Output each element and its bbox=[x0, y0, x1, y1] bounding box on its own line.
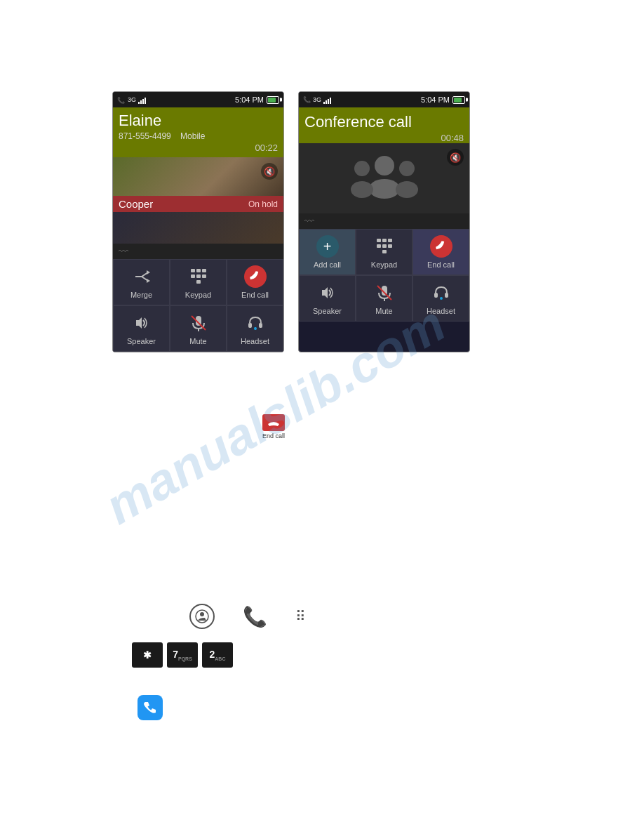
network-icon-2: 3G bbox=[313, 96, 321, 103]
mute-button-2[interactable]: Mute bbox=[356, 275, 412, 322]
mute-label-1: Mute bbox=[189, 337, 206, 345]
end-call-small-container: End call bbox=[262, 414, 285, 439]
svg-point-20 bbox=[375, 156, 394, 176]
status-time-2: 5:04 PM bbox=[421, 95, 450, 104]
mute-icon-1 bbox=[187, 312, 210, 334]
svg-rect-6 bbox=[191, 269, 195, 272]
merge-icon bbox=[130, 265, 153, 288]
svg-point-39 bbox=[440, 297, 443, 300]
signal-bar-2 bbox=[140, 100, 142, 104]
status-bar-right-2: 5:04 PM bbox=[421, 95, 465, 104]
svg-rect-30 bbox=[382, 244, 387, 248]
signal-bars-2 bbox=[323, 95, 331, 104]
phone-screen-1: 📞 3G 5:04 PM bbox=[112, 91, 284, 352]
headset-label-1: Headset bbox=[241, 337, 269, 345]
network-icon-1: 3G bbox=[128, 96, 136, 103]
digit-key-7[interactable]: 7PQRS bbox=[167, 642, 198, 668]
conference-header: Conference call 00:48 bbox=[299, 107, 469, 143]
group-icon-svg bbox=[342, 150, 427, 206]
svg-rect-26 bbox=[377, 239, 381, 242]
digit-key-2[interactable]: 2ABC bbox=[202, 642, 233, 668]
buttons-grid-1: Merge Keyp bbox=[113, 259, 283, 352]
end-call-small-button[interactable] bbox=[262, 414, 285, 431]
keypad-button-1[interactable]: Keypad bbox=[170, 259, 227, 305]
svg-rect-37 bbox=[434, 293, 438, 298]
svg-marker-33 bbox=[322, 287, 328, 298]
bottom-icons-row: 📞 ⠿ bbox=[189, 604, 306, 629]
speaker-overlay-1: 🔇 bbox=[261, 163, 278, 180]
contacts-icon bbox=[195, 609, 209, 623]
speaker-icon-1 bbox=[130, 312, 153, 334]
end-call-label-1: End call bbox=[241, 291, 269, 299]
keypad-dots-button[interactable]: ⠿ bbox=[295, 608, 306, 625]
keypad-label-1: Keypad bbox=[185, 291, 211, 299]
battery-fill-1 bbox=[268, 98, 276, 102]
svg-rect-8 bbox=[202, 269, 206, 272]
svg-rect-31 bbox=[388, 244, 392, 248]
svg-text:📞: 📞 bbox=[117, 96, 126, 104]
digit-key-star[interactable]: ✱ bbox=[132, 642, 163, 668]
headset-button-2[interactable]: Headset bbox=[412, 275, 469, 322]
buttons-grid-2: + Add call bbox=[299, 229, 469, 322]
svg-point-21 bbox=[369, 179, 400, 199]
phone-icon-bottom-container bbox=[137, 695, 163, 720]
end-call-small-label: End call bbox=[262, 432, 285, 439]
sig-bar-3 bbox=[328, 99, 329, 104]
mute-wave-1: 〰 bbox=[113, 244, 283, 259]
speaker-button-2[interactable]: Speaker bbox=[299, 275, 356, 322]
end-call-button-1[interactable]: End call bbox=[227, 259, 283, 305]
signal-bars-1 bbox=[138, 95, 146, 104]
phone-screens-container: 📞 3G 5:04 PM bbox=[112, 91, 470, 352]
svg-rect-11 bbox=[202, 274, 206, 278]
teal-phone-icon bbox=[142, 700, 158, 715]
conference-photo-area: 🔇 bbox=[299, 143, 469, 213]
mute-label-2: Mute bbox=[375, 307, 392, 315]
end-call-label-2: End call bbox=[427, 260, 455, 269]
wave-icon-1: 〰 bbox=[119, 246, 128, 257]
signal-bar-4 bbox=[145, 98, 146, 104]
add-call-label: Add call bbox=[314, 260, 341, 269]
phone-icon-button[interactable]: 📞 bbox=[243, 605, 267, 628]
phone-icon: 📞 bbox=[243, 605, 267, 628]
phone-icon-teal-button[interactable] bbox=[137, 695, 163, 720]
add-call-icon: + bbox=[316, 235, 339, 258]
add-call-button[interactable]: + Add call bbox=[299, 229, 356, 275]
phone-screen-2: 📞 3G 5:04 PM bbox=[298, 91, 470, 352]
headset-button-1[interactable]: Headset bbox=[227, 305, 283, 352]
svg-point-41 bbox=[200, 612, 204, 616]
sig-bar-1 bbox=[323, 102, 325, 104]
keypad-button-2[interactable]: Keypad bbox=[356, 229, 412, 275]
end-call-small-icon bbox=[267, 418, 280, 428]
battery-icon-1 bbox=[267, 96, 279, 104]
signal-bar-1 bbox=[138, 102, 140, 104]
call-status-icon: 📞 bbox=[117, 95, 126, 104]
headset-label-2: Headset bbox=[427, 307, 455, 315]
end-call-icon-1 bbox=[244, 265, 267, 288]
merge-label: Merge bbox=[130, 291, 152, 299]
end-call-icon-2 bbox=[430, 235, 452, 258]
contacts-icon-button[interactable] bbox=[189, 604, 215, 629]
svg-point-23 bbox=[351, 181, 373, 198]
svg-rect-7 bbox=[196, 269, 201, 272]
svg-rect-29 bbox=[377, 244, 381, 248]
page: manualslib.com 📞 3G bbox=[0, 0, 644, 834]
end-call-button-2[interactable]: End call bbox=[412, 229, 469, 275]
call-icon-2: 📞 bbox=[303, 96, 311, 103]
svg-point-22 bbox=[354, 161, 370, 176]
svg-marker-5 bbox=[147, 279, 150, 283]
status-bar-1: 📞 3G 5:04 PM bbox=[113, 92, 283, 107]
speaker-button-1[interactable]: Speaker bbox=[113, 305, 170, 352]
mute-icon-2 bbox=[373, 282, 396, 304]
battery-fill-2 bbox=[454, 98, 462, 102]
status-time-1: 5:04 PM bbox=[235, 95, 264, 104]
mute-button-1[interactable]: Mute bbox=[170, 305, 227, 352]
svg-rect-38 bbox=[445, 293, 448, 298]
sig-bar-4 bbox=[330, 98, 331, 104]
speaker-label-1: Speaker bbox=[127, 337, 156, 345]
merge-button[interactable]: Merge bbox=[113, 259, 170, 305]
speaker-overlay-2: 🔇 bbox=[447, 149, 464, 166]
call-timer-1: 00:22 bbox=[119, 143, 278, 153]
svg-marker-13 bbox=[136, 317, 142, 329]
sig-bar-2 bbox=[326, 100, 327, 104]
hold-name: Cooper bbox=[119, 198, 153, 210]
